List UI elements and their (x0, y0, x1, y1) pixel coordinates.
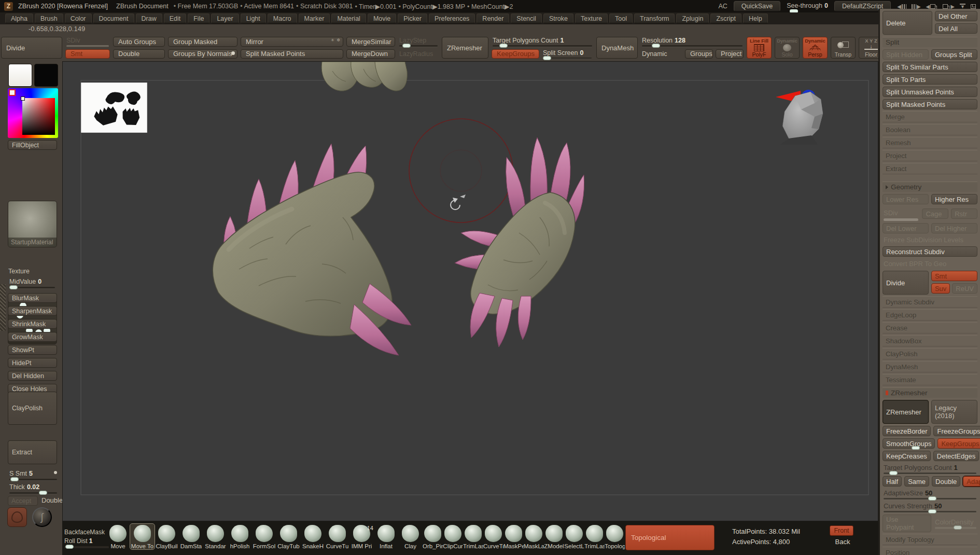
brush-button[interactable]: Move (106, 524, 130, 549)
collapsed-subpalette[interactable]: Modify Topology (883, 534, 977, 545)
menu-item[interactable]: Picker (398, 13, 427, 23)
del-other-button[interactable]: Del Other (935, 11, 977, 21)
polyframe-toggle[interactable]: Line Fill PolyF (747, 37, 772, 59)
auto-groups-button[interactable]: Auto Groups (113, 37, 165, 47)
menu-item[interactable]: Zplugin (676, 13, 709, 23)
collapsed-subpalette[interactable]: ShadowBox (883, 335, 977, 346)
suv-toggle[interactable]: Suv (931, 283, 950, 294)
collapsed-subpalette[interactable]: Position (883, 547, 977, 555)
dynamic-slider[interactable]: Dynamic (641, 49, 682, 59)
color-picker[interactable] (8, 88, 58, 138)
split-action-button[interactable]: Split To Parts (883, 74, 977, 85)
group-masked-button[interactable]: Group Masked (168, 37, 237, 47)
menu-item[interactable]: Macro (268, 13, 297, 23)
topological-toggle[interactable]: Topological (625, 525, 715, 550)
brush-button[interactable]: Move To (130, 524, 155, 549)
menu-item[interactable]: Document (93, 13, 134, 23)
keep-groups-toggle[interactable]: KeepGroups (492, 49, 539, 59)
collapsed-subpalette[interactable]: Dynamic Subdiv (883, 296, 977, 308)
mask-button[interactable]: SharpenMask (8, 306, 57, 316)
menu-item[interactable]: Help (743, 13, 768, 23)
menu-item[interactable]: Alpha (5, 13, 33, 23)
zremesher-button[interactable]: ZRemesher (442, 37, 488, 59)
brush-button[interactable]: SnakeH (301, 524, 325, 549)
menu-item[interactable]: Brush (35, 13, 63, 23)
see-through-slider[interactable]: See-through0 (787, 2, 828, 10)
main-color-swatch[interactable] (8, 64, 32, 87)
s-smt-slider[interactable]: S Smt5 (9, 468, 57, 480)
double-button[interactable]: Double (932, 476, 960, 487)
next-doc-icon[interactable]: ▶ (943, 4, 955, 9)
brush-button[interactable]: ClipCur (443, 524, 463, 549)
collapsed-subpalette[interactable]: Tessimate (883, 374, 977, 385)
front-toggle[interactable]: Front (830, 525, 853, 536)
menu-item[interactable]: Material (331, 13, 366, 23)
split-screen-slider[interactable]: Split Screen0 (542, 49, 593, 59)
keep-creases-toggle[interactable]: KeepCreases (883, 451, 931, 461)
secondary-color-swatch[interactable] (34, 64, 58, 87)
mask-button[interactable]: BlurMask (8, 293, 57, 303)
backface-mask-toggle[interactable]: BackfaceMask (64, 529, 112, 536)
brush-button[interactable]: ZModel (544, 524, 564, 549)
claypolish-button[interactable]: ClayPolish (8, 392, 57, 425)
geometry-section-header[interactable]: Geometry (883, 182, 977, 192)
midvalue-slider[interactable]: MidValue0 (9, 276, 55, 288)
collapsed-subpalette[interactable]: ClayPolish (883, 348, 977, 359)
adapt-toggle[interactable]: Adapt (963, 476, 980, 487)
camera-gizmo[interactable] (776, 90, 823, 145)
material-curve-icon[interactable]: ʃ (32, 507, 52, 527)
menu-item[interactable]: Draw (136, 13, 162, 23)
collapsed-subpalette[interactable]: EdgeLoop (883, 309, 977, 321)
navigation-thumbnail[interactable] (81, 82, 147, 133)
delete-button[interactable]: Delete (883, 11, 932, 35)
brush-button[interactable]: ClayBuil (155, 524, 179, 549)
collapse-ui-icon[interactable]: ▼ (960, 4, 965, 9)
menu-item[interactable]: Layer (211, 13, 239, 23)
document-canvas[interactable] (62, 61, 878, 521)
brush-button[interactable]: MaskPe (503, 524, 524, 549)
split-section-header[interactable]: Split (883, 37, 977, 47)
project-toggle[interactable]: Project (716, 49, 744, 59)
detect-edges-toggle[interactable]: DetectEdges (933, 451, 979, 461)
brush-button[interactable]: DamSta (179, 524, 203, 549)
del-all-button[interactable]: Del All (935, 23, 977, 34)
higher-res-button[interactable]: Higher Res (931, 194, 977, 204)
curves-strength-slider[interactable]: Curves Strength50 (883, 502, 977, 512)
menu-item[interactable]: Color (65, 13, 92, 23)
extract-button[interactable]: Extract (8, 440, 57, 464)
target-polygons-slider-right[interactable]: Target Polygons Count1 (883, 464, 977, 474)
brush-button[interactable]: FormSol (252, 524, 276, 549)
menu-item[interactable]: Edit (164, 13, 187, 23)
menu-item[interactable]: Movie (368, 13, 396, 23)
split-action-button[interactable]: Split Masked Points (883, 99, 977, 109)
hue-selector[interactable] (9, 89, 16, 96)
split-action-button[interactable]: Split To Similar Parts (883, 62, 977, 72)
fill-object-button[interactable]: FillObject (8, 140, 57, 150)
menu-item[interactable]: Preferences (429, 13, 475, 23)
menu-item[interactable]: Transform (634, 13, 675, 23)
brush-button[interactable]: Standar (203, 524, 228, 549)
half-button[interactable]: Half (883, 476, 902, 487)
render-mode-icon[interactable] (7, 507, 27, 527)
collapsed-subpalette[interactable]: Extract (883, 163, 977, 174)
menu-item[interactable]: Texture (575, 13, 608, 23)
extract-double-toggle[interactable]: Double (41, 496, 63, 504)
roll-dist-slider[interactable]: Roll Dist1 (64, 537, 112, 545)
mask-button[interactable]: GrowMask (8, 332, 57, 342)
mask-button[interactable]: HidePt (8, 358, 57, 368)
mirror-button[interactable]: Mirror✳ ✲ (241, 37, 343, 47)
mask-button[interactable]: ShrinkMask (8, 319, 57, 329)
brush-button[interactable]: TrimLas (584, 524, 605, 549)
keep-groups-toggle-right[interactable]: KeepGroups (937, 438, 980, 449)
double-toggle[interactable]: Double (113, 49, 165, 59)
panel-resize-grip[interactable] (0, 284, 6, 331)
thick-slider[interactable]: Thick0.02 (9, 482, 57, 494)
brush-button[interactable]: MaskLa (524, 524, 544, 549)
offscreen-mesh[interactable] (321, 62, 407, 91)
collapsed-subpalette[interactable]: DynaMesh (883, 361, 977, 372)
brush-button[interactable]: Clay (398, 524, 423, 549)
brush-button[interactable]: ClayTub (276, 524, 301, 549)
brush-button[interactable]: Orb_Pin (423, 524, 443, 549)
menu-item[interactable]: Light (241, 13, 266, 23)
scrub-left-icon[interactable]: ◀ (897, 4, 906, 9)
